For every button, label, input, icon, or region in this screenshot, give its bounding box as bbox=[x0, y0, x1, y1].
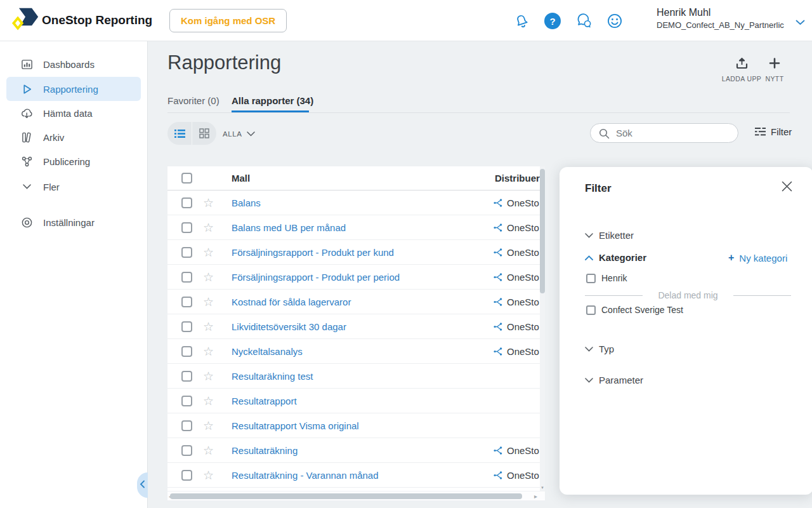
distributed-text: OneSto bbox=[507, 272, 539, 283]
category-label: Henrik bbox=[601, 273, 627, 283]
category-checkbox-confect[interactable]: Confect Sverige Test bbox=[586, 305, 683, 315]
new-category-label: Ny kategori bbox=[739, 253, 787, 264]
column-header-distribuerad: Distribuer bbox=[495, 166, 540, 190]
sidebar-item-installningar[interactable]: Inställningar bbox=[0, 210, 147, 234]
row-checkbox[interactable] bbox=[181, 272, 192, 283]
distributed-cell: OneSto bbox=[494, 438, 539, 463]
row-checkbox[interactable] bbox=[181, 470, 192, 481]
row-checkbox[interactable] bbox=[181, 445, 192, 456]
sidebar-item-dashboards[interactable]: Dashboards bbox=[0, 52, 147, 76]
favorite-star-icon[interactable]: ☆ bbox=[203, 394, 214, 408]
table-row: ☆ Likviditetsöversikt 30 dagar OneSto bbox=[167, 314, 545, 339]
filter-sliders-icon bbox=[755, 127, 766, 137]
row-checkbox[interactable] bbox=[181, 420, 192, 431]
favorite-star-icon[interactable]: ☆ bbox=[203, 196, 214, 210]
checkbox[interactable] bbox=[586, 274, 596, 283]
close-icon[interactable] bbox=[782, 181, 792, 194]
chat-icon[interactable] bbox=[574, 12, 592, 30]
favorite-star-icon[interactable]: ☆ bbox=[203, 270, 214, 284]
report-link[interactable]: Försäljningsrapport - Produkt per kund bbox=[232, 240, 394, 265]
favorite-star-icon[interactable]: ☆ bbox=[203, 245, 214, 259]
filter-button[interactable]: Filter bbox=[755, 126, 792, 137]
search-input[interactable] bbox=[615, 124, 732, 142]
sidebar-item-label: Hämta data bbox=[43, 108, 93, 119]
horizontal-scrollbar[interactable]: ◂ ▸ bbox=[167, 491, 545, 500]
filter-section-kategorier[interactable]: Kategorier bbox=[585, 252, 646, 263]
list-view-button[interactable] bbox=[167, 122, 192, 145]
alla-dropdown-label: ALLA bbox=[223, 130, 242, 138]
view-toggle bbox=[167, 122, 216, 145]
tab-alla-rapporter[interactable]: Alla rapporter (34) bbox=[232, 95, 313, 106]
vertical-scrollbar-thumb[interactable] bbox=[540, 169, 545, 293]
feedback-smiley-icon[interactable] bbox=[606, 12, 624, 30]
filter-section-typ[interactable]: Typ bbox=[585, 344, 614, 354]
table-row: ☆ Försäljningsrapport - Produkt per kund… bbox=[167, 240, 545, 265]
account-chevron-down-icon[interactable] bbox=[796, 17, 805, 28]
category-checkbox-henrik[interactable]: Henrik bbox=[586, 273, 627, 283]
report-link[interactable]: Balans bbox=[232, 190, 261, 215]
filter-section-parameter[interactable]: Parameter bbox=[585, 375, 643, 385]
sidebar-item-publicering[interactable]: Publicering bbox=[0, 149, 147, 173]
tab-favoriter[interactable]: Favoriter (0) bbox=[167, 95, 219, 106]
account-menu[interactable]: Henrik Muhl DEMO_Confect_AB_Ny_Partnerli… bbox=[657, 7, 784, 30]
filter-section-etiketter[interactable]: Etiketter bbox=[585, 230, 634, 241]
sidebar-item-arkiv[interactable]: Arkiv bbox=[0, 125, 147, 149]
grid-view-button[interactable] bbox=[192, 122, 216, 145]
report-link[interactable]: Resultaträkning bbox=[232, 438, 298, 463]
sidebar-item-hamta-data[interactable]: Hämta data bbox=[0, 101, 147, 125]
new-category-button[interactable]: + Ny kategori bbox=[728, 252, 787, 264]
select-all-checkbox[interactable] bbox=[181, 173, 192, 184]
new-button[interactable]: NYTT bbox=[759, 57, 790, 83]
report-link[interactable]: Balans med UB per månad bbox=[232, 215, 346, 240]
favorite-star-icon[interactable]: ☆ bbox=[203, 295, 214, 309]
category-label: Confect Sverige Test bbox=[601, 305, 683, 315]
get-started-button[interactable]: Kom igång med OSR bbox=[169, 9, 287, 32]
alla-dropdown[interactable]: ALLA bbox=[223, 128, 255, 140]
sidebar-item-fler[interactable]: Fler bbox=[0, 175, 147, 199]
topbar: OneStop Reporting Kom igång med OSR ? bbox=[0, 0, 812, 41]
favorite-star-icon[interactable]: ☆ bbox=[203, 319, 214, 333]
row-checkbox[interactable] bbox=[181, 197, 192, 208]
favorite-star-icon[interactable]: ☆ bbox=[203, 468, 214, 482]
report-link[interactable]: Resultatrapport bbox=[232, 389, 297, 413]
report-link[interactable]: Resultatrapport Visma original bbox=[232, 413, 359, 438]
play-icon bbox=[20, 83, 33, 95]
report-link[interactable]: Resultaräkning test bbox=[232, 364, 313, 389]
checkbox[interactable] bbox=[586, 305, 596, 315]
distributed-cell: OneSto bbox=[494, 215, 539, 240]
distributed-text: OneSto bbox=[507, 445, 539, 456]
divider-line bbox=[733, 295, 791, 296]
report-link[interactable]: Försäljningsrapport - Produkt per period bbox=[232, 265, 400, 290]
favorite-star-icon[interactable]: ☆ bbox=[203, 220, 214, 234]
favorite-star-icon[interactable]: ☆ bbox=[203, 369, 214, 383]
sidebar-collapse-button[interactable] bbox=[137, 472, 148, 498]
scroll-right-arrow[interactable]: ▸ bbox=[534, 493, 537, 500]
vertical-scrollbar[interactable] bbox=[540, 166, 545, 491]
favorite-star-icon[interactable]: ☆ bbox=[203, 344, 214, 358]
scroll-down-arrow[interactable]: ▾ bbox=[540, 485, 545, 490]
notifications-bell-icon[interactable] bbox=[513, 12, 530, 30]
report-link[interactable]: Nyckeltalsanalys bbox=[232, 339, 303, 364]
row-checkbox[interactable] bbox=[181, 297, 192, 307]
help-icon[interactable]: ? bbox=[544, 12, 561, 30]
distributed-text: OneSto bbox=[507, 470, 539, 481]
upload-button[interactable]: LADDA UPP bbox=[721, 57, 763, 83]
row-checkbox[interactable] bbox=[181, 346, 192, 357]
report-link[interactable]: Resultaträkning - Varannan månad bbox=[232, 463, 379, 488]
sidebar-item-rapportering[interactable]: Rapportering bbox=[6, 77, 141, 101]
row-checkbox[interactable] bbox=[181, 396, 192, 406]
row-checkbox[interactable] bbox=[181, 247, 192, 258]
row-checkbox[interactable] bbox=[181, 321, 192, 332]
chevron-left-icon bbox=[140, 479, 145, 491]
tenant-name: DEMO_Confect_AB_Ny_Partnerlic bbox=[657, 20, 784, 30]
favorite-star-icon[interactable]: ☆ bbox=[203, 418, 214, 432]
favorite-star-icon[interactable]: ☆ bbox=[203, 443, 214, 457]
horizontal-scrollbar-thumb[interactable] bbox=[170, 493, 522, 499]
sidebar-item-label: Inställningar bbox=[43, 217, 95, 228]
report-link[interactable]: Likviditetsöversikt 30 dagar bbox=[232, 314, 346, 339]
onestop-logo-icon bbox=[11, 7, 39, 36]
report-link[interactable]: Kostnad för sålda lagervaror bbox=[232, 290, 351, 314]
table-header-row: Mall Distribuer bbox=[167, 166, 545, 190]
row-checkbox[interactable] bbox=[181, 222, 192, 233]
row-checkbox[interactable] bbox=[181, 371, 192, 382]
